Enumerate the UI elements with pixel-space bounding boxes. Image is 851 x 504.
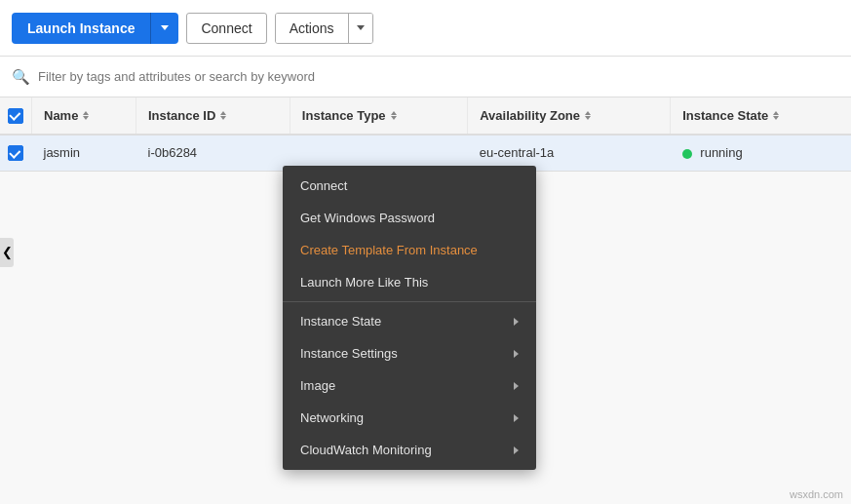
menu-item-image[interactable]: Image [283,369,536,402]
launch-instance-group: Launch Instance [12,13,178,44]
col-instance-state-label: Instance State [682,108,768,123]
menu-divider-1 [283,301,536,302]
menu-item-create-template-label: Create Template From Instance [300,243,478,257]
submenu-arrow-icon [514,318,519,326]
context-menu: Connect Get Windows Password Create Temp… [283,166,536,470]
menu-item-instance-settings-label: Instance Settings [300,346,398,361]
menu-item-instance-state-label: Instance State [300,314,381,329]
left-edge-toggle[interactable]: ❮ [0,238,14,267]
launch-instance-button[interactable]: Launch Instance [12,13,150,44]
col-availability-zone-label: Availability Zone [480,108,580,123]
connect-button[interactable]: Connect [186,13,266,44]
left-arrow-icon: ❮ [2,245,13,259]
actions-dropdown[interactable] [348,14,372,43]
state-label: running [700,145,742,160]
col-instance-id[interactable]: Instance ID [136,97,290,135]
chevron-down-icon [357,25,365,30]
row-checkbox-cell[interactable] [0,135,32,172]
cell-instance-id: i-0b6284 [136,135,290,172]
watermark: wsxdn.com [790,488,843,500]
actions-group: Actions [275,13,373,44]
menu-item-create-template[interactable]: Create Template From Instance [283,234,536,266]
select-all-checkbox[interactable] [8,108,23,124]
menu-item-cloudwatch-label: CloudWatch Monitoring [300,443,432,457]
col-instance-id-label: Instance ID [148,108,215,123]
col-instance-type[interactable]: Instance Type [290,97,467,135]
cell-name: jasmin [32,135,136,172]
col-instance-type-label: Instance Type [302,108,386,123]
menu-item-instance-state[interactable]: Instance State [283,305,536,337]
search-input[interactable] [38,69,839,84]
submenu-arrow-icon [514,382,519,390]
menu-item-networking-label: Networking [300,410,364,425]
menu-item-connect-label: Connect [300,178,347,193]
toolbar: Launch Instance Connect Actions [0,0,851,57]
submenu-arrow-icon [514,446,519,454]
menu-item-connect[interactable]: Connect [283,170,536,202]
select-all-header[interactable] [0,97,32,135]
menu-item-instance-settings[interactable]: Instance Settings [283,337,536,369]
actions-button[interactable]: Actions [276,14,348,43]
menu-item-launch-more-label: Launch More Like This [300,275,428,290]
col-name[interactable]: Name [32,97,136,135]
menu-item-cloudwatch[interactable]: CloudWatch Monitoring [283,434,536,466]
cell-instance-state: running [671,135,851,172]
row-checkbox[interactable] [8,145,23,161]
sort-icon-az [585,111,591,120]
sort-icon-instance-id [220,111,226,120]
status-dot-icon [682,149,692,159]
menu-item-launch-more[interactable]: Launch More Like This [283,266,536,298]
chevron-down-icon [161,25,169,30]
table-header-row: Name Instance ID [0,97,851,135]
instances-table-wrapper: Name Instance ID [0,97,851,172]
launch-instance-dropdown[interactable] [150,13,178,44]
instances-table: Name Instance ID [0,97,851,172]
search-bar: 🔍 [0,57,851,97]
col-availability-zone[interactable]: Availability Zone [468,97,671,135]
col-instance-state[interactable]: Instance State [671,97,851,135]
search-icon: 🔍 [12,68,30,86]
menu-item-get-windows-password-label: Get Windows Password [300,211,435,225]
submenu-arrow-icon [514,414,519,422]
sort-icon-state [773,111,779,120]
sort-icon-instance-type [391,111,397,120]
sort-icon-name [83,111,89,120]
col-name-label: Name [44,108,78,123]
menu-item-get-windows-password[interactable]: Get Windows Password [283,202,536,234]
menu-item-image-label: Image [300,378,335,393]
submenu-arrow-icon [514,350,519,358]
menu-item-networking[interactable]: Networking [283,402,536,434]
